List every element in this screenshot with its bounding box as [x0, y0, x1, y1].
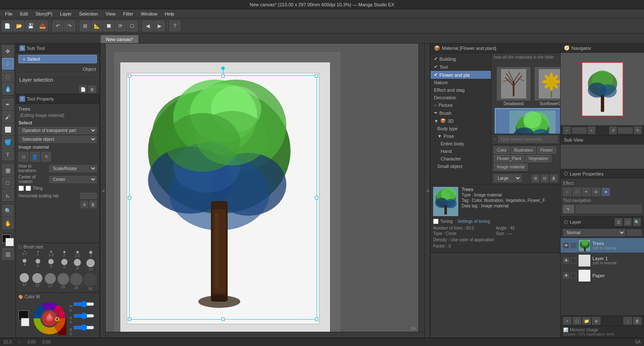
effect-btn-circle[interactable]: ○ [563, 188, 571, 196]
canvas-scroll-h[interactable] [106, 332, 424, 338]
bs-item-11[interactable]: 10 [85, 259, 97, 271]
h-slider[interactable] [73, 301, 94, 307]
tag-flower[interactable]: Flower [537, 147, 556, 154]
tp-tiling-check2[interactable] [26, 186, 31, 191]
mat-item-sunflower[interactable]: Sunflower01 [532, 65, 560, 108]
menu-edit[interactable]: Edit [17, 10, 31, 17]
handle-ml[interactable] [128, 196, 131, 199]
menu-layer[interactable]: Layer [57, 10, 75, 17]
layer-item-layer1[interactable]: 👁 Layer 1 100 % Normal [561, 253, 644, 268]
layer-header-btn1[interactable]: ☰ [615, 218, 622, 226]
effect-btn-square[interactable]: □ [573, 188, 581, 196]
lf-merge[interactable]: ↓ [623, 317, 632, 325]
tp-icon2[interactable]: 👤 [30, 152, 40, 162]
bs-item-9[interactable]: 7 [58, 259, 71, 271]
mat-tree-building[interactable]: ✔ Building [431, 55, 491, 63]
toolbar-new[interactable]: 📄 [2, 21, 13, 31]
tool-brush[interactable]: 🖌 [2, 111, 14, 123]
mat-tree-pose[interactable]: ▼ Pose [431, 132, 491, 140]
mat-icon3[interactable]: 🗑 [550, 175, 558, 182]
layer-lock-paper[interactable] [571, 273, 576, 279]
bs-item-12[interactable]: 12 [18, 273, 31, 291]
layer-vis-layer1[interactable]: 👁 [563, 258, 569, 263]
navigator-thumb[interactable] [582, 62, 623, 116]
bs-item-3[interactable]: 2 [58, 251, 71, 258]
bs-item-6[interactable]: 4 [18, 259, 31, 271]
tool-select[interactable]: ⊹ [2, 58, 14, 70]
toolbar-snap[interactable]: 🔲 [103, 21, 114, 31]
tool-nav-cursor[interactable]: ↖ [563, 205, 574, 213]
layer-lock-layer1[interactable] [571, 258, 576, 263]
color-preview-bg[interactable] [21, 318, 29, 326]
toolbar-nav-left[interactable]: ◀ [142, 21, 153, 31]
mat-tree-bodytype[interactable]: Body type [431, 125, 491, 132]
handle-bl[interactable] [128, 318, 131, 321]
bs-item-16[interactable]: 25 [70, 273, 83, 291]
sub-tool-object[interactable]: Object [16, 65, 99, 73]
handle-mr[interactable] [315, 196, 318, 199]
tool-eyedrop[interactable]: 💧 [2, 83, 14, 95]
mat-tree-character[interactable]: Character [431, 155, 491, 163]
bs-item-10[interactable]: 8 [71, 259, 84, 271]
tool-fill[interactable]: 🪣 [2, 136, 14, 148]
mat-tree-small-obj[interactable]: Small object [431, 163, 491, 170]
bs-item-5[interactable]: 3 [85, 251, 97, 258]
layer-lock-trees[interactable] [571, 243, 576, 248]
bs-item-0[interactable]: 0.7 [18, 251, 31, 258]
tp-rotation-select[interactable]: Center [49, 176, 97, 183]
nav-zoom-input[interactable]: 10.3 [572, 127, 587, 134]
toolbar-export[interactable]: 📤 [37, 21, 48, 31]
bs-item-2[interactable]: 1.5 [45, 251, 57, 258]
toolbar-flip[interactable]: ⬡ [127, 21, 138, 31]
toolbar-ruler[interactable]: 📐 [91, 21, 102, 31]
layer-header-btn3[interactable]: 🔍 [633, 218, 641, 226]
mat-tree-brush[interactable]: ✒ Brush [431, 109, 491, 117]
tool-zoom[interactable]: 🔍 [2, 205, 14, 217]
tp-icon3[interactable]: ⟲ [41, 152, 51, 162]
mat-item-deadwood[interactable]: Deadwood [495, 65, 532, 108]
sub-tool-delete-icon[interactable]: 🗑 [88, 85, 96, 93]
nav-rotation-input[interactable]: 0.0 [618, 127, 633, 134]
tool-eraser[interactable]: ⬜ [2, 124, 14, 135]
tool-ruler[interactable]: ⊾ [2, 189, 14, 201]
material-size-select[interactable]: Large Medium Small [494, 174, 522, 182]
tp-selectable-select[interactable]: Selectable object [18, 136, 97, 143]
menu-filter[interactable]: Filter [120, 10, 137, 17]
sub-tool-select-btn[interactable]: ⊹ Select [18, 55, 97, 63]
tp-extra-icon1[interactable]: ⚙ [80, 201, 88, 208]
menu-story[interactable]: Story(P) [32, 10, 56, 17]
mat-tree-picture[interactable]: ○ Picture [431, 101, 491, 109]
toolbar-help[interactable]: ? [169, 21, 180, 31]
menu-window[interactable]: Window [138, 10, 161, 17]
sub-tool-add-icon[interactable]: 📄 [79, 85, 87, 93]
tag-vegetation[interactable]: Vegetation [525, 155, 551, 162]
tool-move[interactable]: ✥ [2, 45, 14, 57]
mat-tree-entire-body[interactable]: Entire body [431, 140, 491, 147]
tag-illustration[interactable]: Illustration [511, 147, 536, 154]
color-wheel[interactable] [33, 302, 66, 335]
toolbar-undo[interactable]: ↶ [52, 21, 63, 31]
material-search-input[interactable] [498, 136, 558, 143]
mat-tree-flower[interactable]: ✔ Flower and pla [431, 71, 491, 79]
handle-bm[interactable] [221, 318, 225, 321]
tp-hscaling-input[interactable]: 182 [80, 193, 97, 199]
mat-tree-decoration[interactable]: Decoration [431, 94, 491, 101]
handle-br[interactable] [315, 318, 318, 321]
nav-zoom-out[interactable]: − [563, 127, 571, 134]
canvas-scroll-v[interactable] [418, 44, 424, 332]
effect-btn-pen[interactable]: ✒ [582, 188, 591, 196]
menu-view[interactable]: View [102, 10, 119, 17]
bs-item-8[interactable]: 6 [45, 259, 57, 271]
tp-icon1[interactable]: ⊙ [18, 152, 29, 162]
tp-extra-icon2[interactable]: 🗑 [89, 201, 97, 208]
menu-file[interactable]: File [2, 10, 16, 17]
tool-hand[interactable]: ✋ [2, 217, 14, 229]
mat-icon1[interactable]: ⊞ [532, 175, 539, 182]
lf-add-vector[interactable]: ⬡ [573, 317, 581, 325]
nav-rotate-cw[interactable]: ↻ [634, 127, 641, 134]
color-fg-bg[interactable] [2, 235, 14, 246]
nav-rotate-ccw[interactable]: ↺ [609, 127, 617, 134]
tool-gradient[interactable]: ▦ [2, 164, 14, 176]
lf-add-raster[interactable]: + [563, 317, 571, 325]
mat-tree-3d[interactable]: ▼ 📦 3D [431, 117, 491, 125]
